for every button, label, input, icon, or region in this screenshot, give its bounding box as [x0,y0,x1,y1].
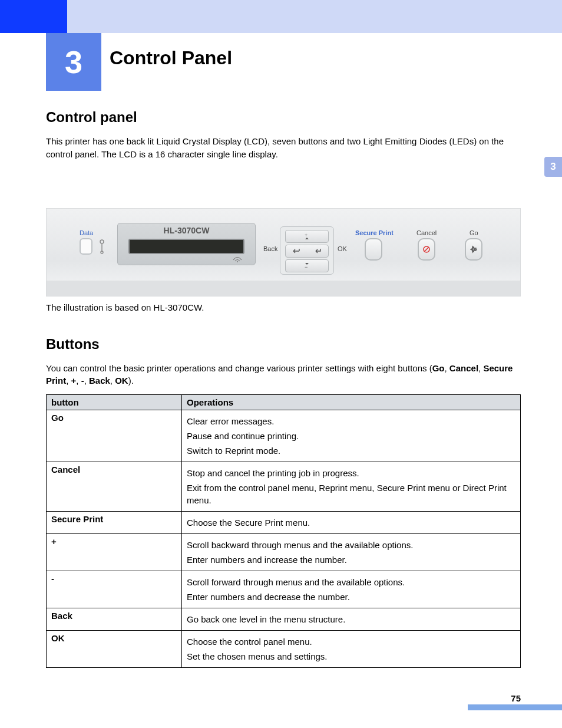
table-row: BackGo back one level in the menu struct… [47,608,521,631]
header-accent [0,0,67,33]
button-name-cell: Go [47,410,182,462]
wifi-icon [233,256,242,263]
operation-line: Go back one level in the menu structure. [187,613,515,625]
sep: , [445,363,449,373]
button-name-cell: Cancel [47,462,182,512]
chapter-number: 3 [65,44,82,80]
data-led-icon [80,238,92,255]
svg-point-3 [237,261,238,262]
operations-cell: Choose the control panel menu.Set the ch… [182,631,521,668]
operation-line: Clear error messages. [187,415,515,427]
operation-line: Set the chosen menus and settings. [187,650,515,663]
panel-base-strip [47,281,520,296]
section-heading-control-panel: Control panel [46,109,521,126]
svg-point-2 [101,251,103,253]
lcd-frame: HL-3070CW [117,223,256,265]
svg-text:+: + [305,233,308,238]
chapter-title: Control Panel [110,47,232,69]
chapter-number-box: 3 [46,33,101,91]
panel-secure-print-label: Secure Print [355,229,394,236]
sep: , [76,375,81,386]
button-name-cell: Back [47,608,182,631]
operations-cell: Clear error messages.Pause and continue … [182,410,521,462]
btn-bold-go: Go [432,363,445,373]
svg-line-9 [424,247,429,252]
dpad: + − [280,226,334,275]
panel-cancel-label: Cancel [416,229,437,236]
dpad-mid [285,245,329,258]
operation-line: Choose the control panel menu. [187,635,515,648]
cancel-button-icon [418,238,435,261]
btn-bold-plus: + [71,375,77,386]
operation-line: Choose the Secure Print menu. [187,516,515,529]
section-heading-buttons: Buttons [46,336,521,353]
svg-text:−: − [305,264,308,269]
header-bar [0,0,562,33]
btn-bold-back: Back [89,375,110,386]
back-arrow-icon [292,248,301,254]
operation-line: Pause and continue printing. [187,430,515,442]
button-name-cell: + [47,534,182,571]
side-tab-number: 3 [550,161,556,173]
section-para-control-panel: This printer has one back lit Liquid Cry… [46,135,521,161]
operation-line: Exit from the control panel menu, Reprin… [187,482,515,506]
svg-point-0 [100,240,104,243]
table-row: GoClear error messages.Pause and continu… [47,410,521,462]
sep: , [110,375,115,386]
btn-para-pre: You can control the basic printer operat… [46,363,432,373]
dpad-plus-icon: + [285,230,329,243]
operations-cell: Go back one level in the menu structure. [182,608,521,631]
side-tab: 3 [544,157,562,177]
button-name-cell: OK [47,631,182,668]
panel-ok-label: OK [338,245,347,252]
operation-line: Stop and cancel the printing job in prog… [187,467,515,479]
th-operations: Operations [182,395,521,410]
panel-back-label: Back [263,245,277,252]
btn-bold-cancel: Cancel [449,363,478,373]
operation-line: Enter numbers and decrease the number. [187,591,515,603]
panel-go-label: Go [470,229,478,236]
panel-data-label: Data [80,229,93,236]
table-row: OKChoose the control panel menu.Set the … [47,631,521,668]
operations-cell: Stop and cancel the printing job in prog… [182,462,521,512]
sep: , [66,375,71,386]
button-name-cell: - [47,571,182,608]
table-row: -Scroll forward through menus and the av… [47,571,521,608]
operation-line: Scroll forward through menus and the ava… [187,576,515,588]
table-row: Secure PrintChoose the Secure Print menu… [47,512,521,534]
table-row: +Scroll backward through menus and the a… [47,534,521,571]
panel-illustration: Data HL-3070CW Back + − OK Secu [46,208,521,297]
operation-line: Enter numbers and increase the number. [187,554,515,566]
enter-arrow-icon [314,248,322,254]
secure-print-button-icon [365,238,382,261]
operations-cell: Scroll forward through menus and the ava… [182,571,521,608]
illustration-caption: The illustration is based on HL-3070CW. [46,302,521,312]
lcd-screen [128,239,244,254]
toner-indicator-icon [98,238,105,255]
footer-accent [468,704,562,710]
section-para-buttons: You can control the basic printer operat… [46,362,521,388]
buttons-table: button Operations GoClear error messages… [46,394,521,668]
go-button-icon [465,238,482,261]
btn-bold-ok: OK [115,375,128,386]
operations-cell: Choose the Secure Print menu. [182,512,521,534]
page-number: 75 [511,693,521,703]
th-button: button [47,395,182,410]
table-row: CancelStop and cancel the printing job i… [47,462,521,512]
dpad-minus-icon: − [285,259,329,272]
operations-cell: Scroll backward through menus and the av… [182,534,521,571]
btn-para-post: ). [128,375,134,386]
operation-line: Switch to Reprint mode. [187,444,515,457]
operation-line: Scroll backward through menus and the av… [187,539,515,551]
lcd-model-label: HL-3070CW [118,226,255,235]
button-name-cell: Secure Print [47,512,182,534]
sep: , [84,375,89,386]
